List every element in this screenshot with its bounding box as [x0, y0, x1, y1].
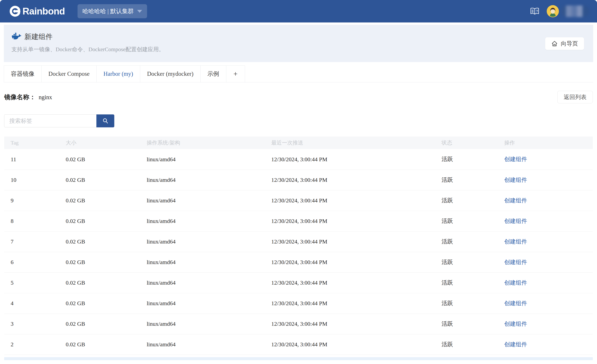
create-component-link[interactable]: 创建组件: [504, 321, 527, 327]
last-push-cell: 12/30/2024, 3:00:44 PM: [271, 252, 441, 272]
page-header: 新建组件 支持从单一镜像、Docker命令、DockerCompose配置创建应…: [4, 25, 593, 62]
user-avatar[interactable]: [547, 5, 559, 17]
docker-whale-icon: [11, 33, 21, 41]
action-cell: 创建组件: [504, 190, 593, 211]
column-header: 操作系统/架构: [147, 137, 271, 149]
table-row: 100.02 GBlinux/amd6412/30/2024, 3:00:44 …: [4, 170, 593, 190]
tab-bar: 容器镜像Docker ComposeHarbor (my)Docker (myd…: [4, 65, 593, 82]
last-push-cell: 12/30/2024, 3:00:44 PM: [271, 334, 441, 355]
brand-name: Rainbond: [23, 6, 65, 17]
table-row: 40.02 GBlinux/amd6412/30/2024, 3:00:44 P…: [4, 293, 593, 314]
tab-container-image[interactable]: 容器镜像: [4, 65, 41, 82]
column-header: 最近一次推送: [271, 137, 441, 149]
last-push-cell: 12/30/2024, 3:00:44 PM: [271, 170, 441, 190]
last-push-cell: 12/30/2024, 3:00:44 PM: [271, 149, 441, 170]
os-arch-cell: linux/amd64: [147, 252, 271, 272]
size-cell: 0.02 GB: [66, 211, 147, 231]
tag-cell: 3: [4, 314, 66, 334]
back-to-list-button[interactable]: 返回列表: [557, 91, 593, 103]
search-icon: [102, 118, 109, 124]
table-body: 110.02 GBlinux/amd6412/30/2024, 3:00:44 …: [4, 149, 593, 355]
image-name-value: nginx: [39, 94, 52, 101]
table-row: 110.02 GBlinux/amd6412/30/2024, 3:00:44 …: [4, 149, 593, 170]
last-push-cell: 12/30/2024, 3:00:44 PM: [271, 314, 441, 334]
table-row: 90.02 GBlinux/amd6412/30/2024, 3:00:44 P…: [4, 190, 593, 211]
create-component-link[interactable]: 创建组件: [504, 279, 527, 286]
home-icon: [551, 40, 558, 47]
image-name-section: 镜像名称：nginx 返回列表: [4, 91, 593, 103]
create-component-link[interactable]: 创建组件: [504, 197, 527, 203]
size-cell: 0.02 GB: [66, 231, 147, 252]
brand-logo: Rainbond: [9, 6, 65, 17]
table-header-row: Tag大小操作系统/架构最近一次推送状态操作: [4, 137, 593, 149]
create-component-link[interactable]: 创建组件: [504, 259, 527, 265]
image-name-label: 镜像名称：: [4, 94, 36, 101]
pagination-partial-strip: [4, 357, 593, 360]
wizard-page-button[interactable]: 向导页: [545, 37, 584, 50]
last-push-cell: 12/30/2024, 3:00:44 PM: [271, 293, 441, 314]
search-button[interactable]: [96, 114, 114, 127]
status-cell: 活跃: [441, 272, 504, 293]
cluster-selector-label: 哈哈哈哈 | 默认集群: [82, 7, 134, 15]
table-row: 20.02 GBlinux/amd6412/30/2024, 3:00:44 P…: [4, 334, 593, 355]
chevron-down-icon: [137, 10, 142, 13]
column-header: 大小: [66, 137, 147, 149]
svg-text:?: ?: [536, 9, 538, 13]
status-cell: 活跃: [441, 334, 504, 355]
action-cell: 创建组件: [504, 272, 593, 293]
username-redacted[interactable]: [561, 6, 589, 17]
docs-help-icon[interactable]: ?: [530, 7, 540, 15]
create-component-link[interactable]: 创建组件: [504, 177, 527, 183]
size-cell: 0.02 GB: [66, 252, 147, 272]
action-cell: 创建组件: [504, 211, 593, 231]
page-subtitle: 支持从单一镜像、Docker命令、DockerCompose配置创建应用。: [11, 46, 593, 53]
tag-cell: 5: [4, 272, 66, 293]
image-tags-table: Tag大小操作系统/架构最近一次推送状态操作 110.02 GBlinux/am…: [4, 137, 593, 355]
last-push-cell: 12/30/2024, 3:00:44 PM: [271, 190, 441, 211]
status-cell: 活跃: [441, 149, 504, 170]
tab-docker-mydocker[interactable]: Docker (mydocker): [140, 65, 201, 82]
os-arch-cell: linux/amd64: [147, 314, 271, 334]
create-component-link[interactable]: 创建组件: [504, 341, 527, 348]
create-component-link[interactable]: 创建组件: [504, 156, 527, 162]
action-cell: 创建组件: [504, 170, 593, 190]
os-arch-cell: linux/amd64: [147, 190, 271, 211]
create-component-link[interactable]: 创建组件: [504, 238, 527, 245]
tab-add[interactable]: +: [226, 65, 245, 82]
size-cell: 0.02 GB: [66, 334, 147, 355]
table-row: 30.02 GBlinux/amd6412/30/2024, 3:00:44 P…: [4, 314, 593, 334]
search-input[interactable]: [4, 114, 96, 127]
os-arch-cell: linux/amd64: [147, 231, 271, 252]
os-arch-cell: linux/amd64: [147, 293, 271, 314]
last-push-cell: 12/30/2024, 3:00:44 PM: [271, 211, 441, 231]
status-cell: 活跃: [441, 190, 504, 211]
table-row: 80.02 GBlinux/amd6412/30/2024, 3:00:44 P…: [4, 211, 593, 231]
tag-cell: 2: [4, 334, 66, 355]
size-cell: 0.02 GB: [66, 314, 147, 334]
page-title: 新建组件: [24, 32, 53, 41]
size-cell: 0.02 GB: [66, 149, 147, 170]
last-push-cell: 12/30/2024, 3:00:44 PM: [271, 272, 441, 293]
column-header: Tag: [4, 137, 66, 149]
last-push-cell: 12/30/2024, 3:00:44 PM: [271, 231, 441, 252]
action-cell: 创建组件: [504, 293, 593, 314]
tab-docker-compose[interactable]: Docker Compose: [41, 65, 97, 82]
tag-cell: 6: [4, 252, 66, 272]
create-component-link[interactable]: 创建组件: [504, 300, 527, 306]
os-arch-cell: linux/amd64: [147, 149, 271, 170]
action-cell: 创建组件: [504, 252, 593, 272]
size-cell: 0.02 GB: [66, 190, 147, 211]
tab-example[interactable]: 示例: [201, 65, 226, 82]
cluster-selector[interactable]: 哈哈哈哈 | 默认集群: [78, 4, 147, 18]
tab-harbor-my[interactable]: Harbor (my): [97, 65, 140, 82]
os-arch-cell: linux/amd64: [147, 272, 271, 293]
os-arch-cell: linux/amd64: [147, 211, 271, 231]
os-arch-cell: linux/amd64: [147, 170, 271, 190]
rainbond-g-icon: [9, 6, 21, 17]
table-row: 50.02 GBlinux/amd6412/30/2024, 3:00:44 P…: [4, 272, 593, 293]
create-component-link[interactable]: 创建组件: [504, 218, 527, 224]
tag-cell: 7: [4, 231, 66, 252]
size-cell: 0.02 GB: [66, 170, 147, 190]
size-cell: 0.02 GB: [66, 293, 147, 314]
status-cell: 活跃: [441, 231, 504, 252]
